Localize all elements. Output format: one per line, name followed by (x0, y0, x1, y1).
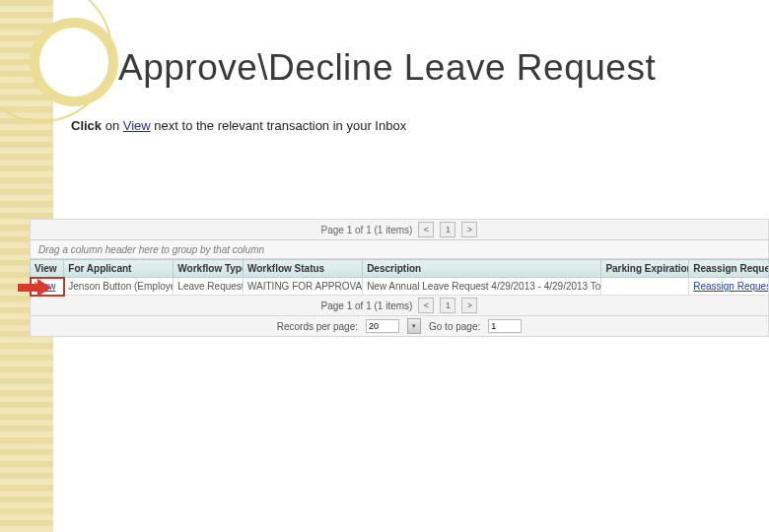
pager-next-button[interactable]: > (461, 298, 477, 313)
col-reassign-request[interactable]: Reassign Request (689, 260, 769, 278)
col-description[interactable]: Description (363, 260, 601, 278)
records-per-page-input[interactable] (366, 319, 399, 333)
goto-page-input[interactable] (488, 319, 522, 333)
pager-top-label: Page 1 of 1 (1 items) (321, 225, 413, 235)
goto-page-label: Go to page: (429, 321, 480, 332)
instruction-mid: on (102, 118, 123, 133)
inbox-table: View For Applicant Workflow Type Workflo… (30, 259, 769, 296)
pager-page-1-button[interactable]: 1 (440, 222, 455, 237)
col-workflow-status[interactable]: Workflow Status (244, 260, 363, 278)
cell-workflow-status: WAITING FOR APPROVAL (244, 278, 363, 296)
reassign-link[interactable]: Reassign Request (693, 281, 768, 292)
pager-settings: Records per page: ▾ Go to page: (30, 316, 769, 337)
pager-bottom: Page 1 of 1 (1 items) < 1 > (30, 296, 769, 316)
cell-parking-expiration (601, 278, 689, 296)
instruction-bold: Click (71, 118, 102, 133)
col-applicant[interactable]: For Applicant (64, 260, 174, 278)
col-view[interactable]: View (31, 260, 64, 278)
callout-arrow-icon (18, 279, 57, 297)
records-dropdown-icon[interactable]: ▾ (407, 318, 421, 334)
records-per-page-label: Records per page: (277, 321, 358, 332)
pager-prev-button[interactable]: < (418, 298, 434, 313)
cell-description: New Annual Leave Request 4/29/2013 - 4/2… (363, 278, 601, 296)
pager-prev-button[interactable]: < (418, 222, 434, 237)
table-row: View Jenson Button (Employee) Leave Requ… (31, 278, 769, 296)
pager-page-1-button[interactable]: 1 (440, 298, 455, 313)
page-title: Approve\Decline Leave Request (118, 47, 656, 89)
instruction-text: Click on View next to the relevant trans… (71, 118, 406, 133)
group-by-hint[interactable]: Drag a column header here to group by th… (30, 240, 769, 259)
inbox-grid-screenshot: Page 1 of 1 (1 items) < 1 > Drag a colum… (30, 219, 769, 337)
pager-next-button[interactable]: > (461, 222, 477, 237)
pager-bottom-label: Page 1 of 1 (1 items) (321, 300, 413, 311)
cell-reassign: Reassign Request (689, 278, 769, 296)
cell-workflow-type: Leave Request (174, 278, 244, 296)
cell-applicant: Jenson Button (Employee) (64, 278, 174, 296)
instruction-link: View (123, 118, 151, 133)
col-parking-expiration[interactable]: Parking Expiration (601, 260, 689, 278)
instruction-rest: next to the relevant transaction in your… (151, 118, 406, 133)
col-workflow-type[interactable]: Workflow Type (174, 260, 244, 278)
pager-top: Page 1 of 1 (1 items) < 1 > (30, 219, 769, 240)
table-header-row: View For Applicant Workflow Type Workflo… (31, 260, 769, 278)
